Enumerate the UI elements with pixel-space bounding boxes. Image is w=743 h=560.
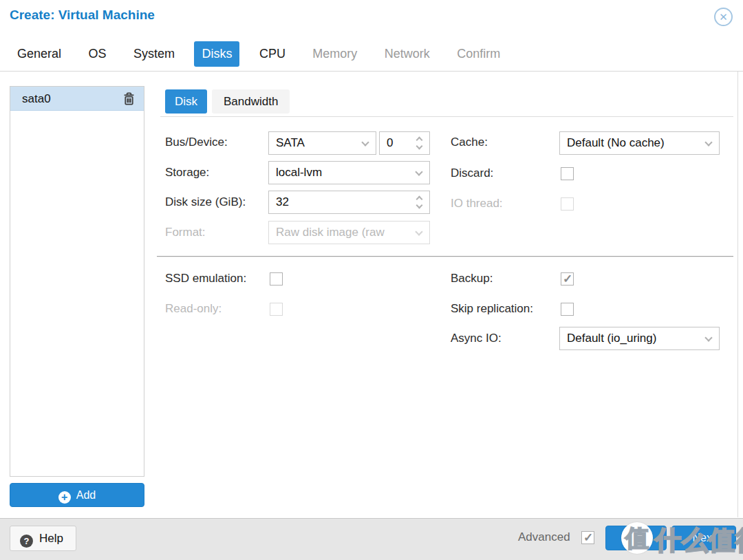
read-only-checkbox [270,303,283,316]
subtab-disk[interactable]: Disk [165,89,207,114]
close-icon[interactable]: ✕ [714,8,733,26]
format-label: Format: [165,226,206,239]
cache-select[interactable]: Default (No cache) [559,131,720,155]
help-button[interactable]: ?Help [10,526,76,551]
async-io-label: Async IO: [451,332,502,345]
next-button[interactable]: Next [671,526,736,550]
async-io-select[interactable]: Default (io_uring) [559,327,720,350]
section-separator [157,256,733,257]
chevron-down-icon [704,138,712,146]
tab-general[interactable]: General [10,41,69,67]
discard-checkbox[interactable] [561,167,574,180]
ssd-emulation-label: SSD emulation: [165,272,246,286]
add-button[interactable]: +Add [10,483,144,507]
disk-size-value: 32 [276,195,289,208]
chevron-down-icon [704,334,712,341]
tab-confirm: Confirm [449,41,508,67]
disk-item-label: sata0 [22,92,51,105]
tab-cpu[interactable]: CPU [252,41,293,67]
disk-list-panel: sata0 [10,86,144,477]
io-thread-checkbox [561,197,574,211]
tab-network: Network [377,41,438,67]
backup-checkbox[interactable] [561,272,574,286]
bus-device-number-value: 0 [387,136,393,149]
skip-replication-checkbox[interactable] [561,303,574,316]
spinner-down-icon[interactable] [416,143,423,150]
wizard-tabbar: General OS System Disks CPU Memory Netwo… [10,41,517,67]
subtab-bandwidth[interactable]: Bandwidth [212,89,290,114]
bus-device-number-stepper[interactable]: 0 [379,131,430,155]
chevron-down-icon [415,168,422,175]
help-button-label: Help [39,532,63,545]
spinner-down-icon[interactable] [416,202,423,209]
skip-replication-label: Skip replication: [451,302,533,316]
dialog-title: Create: Virtual Machine [10,8,155,23]
help-icon: ? [20,535,33,548]
tab-memory: Memory [305,41,365,67]
header-separator [0,71,743,72]
tab-disks[interactable]: Disks [194,41,239,67]
cache-value: Default (No cache) [567,136,665,149]
cache-label: Cache: [451,136,488,149]
create-vm-dialog: Create: Virtual Machine ✕ General OS Sys… [0,0,743,560]
disk-size-label: Disk size (GiB): [165,195,246,209]
add-icon: + [58,491,71,504]
advanced-checkbox[interactable] [581,531,594,544]
io-thread-label: IO thread: [451,197,503,211]
storage-select[interactable]: local-lvm [268,161,430,184]
footer-toolbar: ?Help Advanced Back Next [0,518,743,560]
trash-icon[interactable] [122,92,136,105]
chevron-down-icon [415,228,422,235]
storage-label: Storage: [165,166,209,180]
backup-label: Backup: [451,272,493,286]
list-item-sata0[interactable]: sata0 [10,87,144,111]
bus-device-value: SATA [276,136,305,149]
bus-device-label: Bus/Device: [165,136,228,149]
ssd-emulation-checkbox[interactable] [270,272,283,286]
back-button[interactable]: Back [605,526,667,550]
content-border [737,72,738,517]
disk-size-stepper[interactable]: 32 [268,191,430,214]
discard-label: Discard: [451,166,493,180]
advanced-label: Advanced [518,530,570,544]
add-button-label: Add [76,489,96,501]
subtab-separator [160,116,733,117]
read-only-label: Read-only: [165,302,222,316]
tab-os[interactable]: OS [81,41,114,67]
chevron-down-icon [361,138,369,146]
format-select: Raw disk image (raw [268,221,430,244]
format-value: Raw disk image (raw [276,226,385,239]
tab-system[interactable]: System [126,41,182,67]
bus-device-select[interactable]: SATA [268,131,376,155]
async-io-value: Default (io_uring) [567,332,656,345]
storage-value: local-lvm [276,166,322,179]
